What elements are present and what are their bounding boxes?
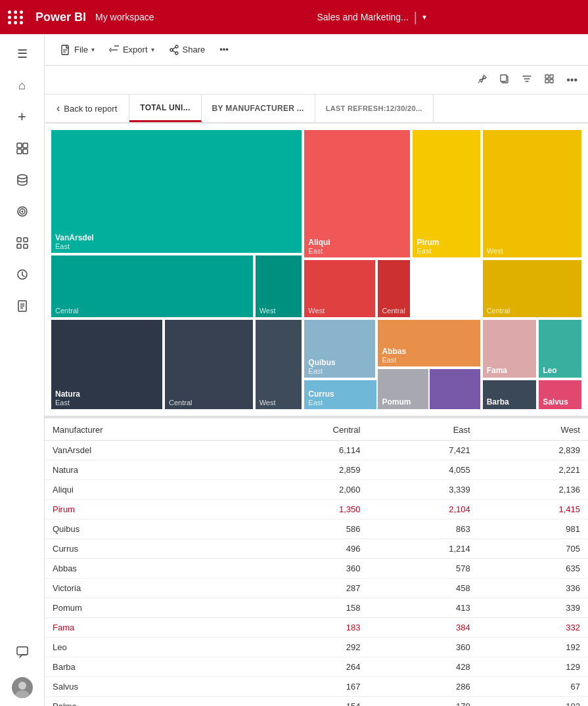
treemap-cell-aliqui[interactable]: AliquiEast: [303, 129, 411, 259]
cell-manufacturer: Quibus: [45, 519, 240, 539]
title-chevron[interactable]: ▾: [422, 12, 426, 22]
sidebar-item-browse[interactable]: [8, 134, 37, 163]
cell-east: 360: [368, 638, 478, 657]
cell-east: 3,339: [368, 480, 478, 500]
treemap-cell-sub[interactable]: West: [482, 129, 583, 259]
more-button[interactable]: •••: [214, 41, 234, 58]
app-logo: Power BI: [35, 11, 86, 24]
treemap-cell-salvus[interactable]: Salvus: [537, 379, 583, 410]
sidebar-item-apps[interactable]: [8, 229, 37, 257]
svg-rect-3: [23, 149, 28, 154]
col-east: East: [368, 418, 478, 441]
workspace-label[interactable]: My workspace: [95, 12, 154, 22]
sidebar-item-data[interactable]: [8, 165, 37, 194]
cell-central: 2,859: [240, 460, 369, 480]
cell-manufacturer: Abbas: [45, 559, 240, 579]
cell-west: 339: [478, 598, 588, 618]
user-avatar[interactable]: [12, 677, 33, 698]
treemap-cell-sub[interactable]: West: [254, 254, 304, 319]
cell-east: 458: [368, 579, 478, 598]
svg-rect-36: [550, 79, 553, 83]
tab-total-units[interactable]: TOTAL UNI...: [129, 95, 201, 122]
treemap-cell-natura[interactable]: NaturaEast: [50, 319, 164, 410]
table-row: Victoria 287 458 336: [45, 579, 588, 598]
svg-point-18: [14, 690, 30, 698]
title-separator: |: [414, 10, 417, 25]
cell-manufacturer: Fama: [45, 618, 240, 638]
treemap-container: VanArsdelEastCentralWestAliquiEastWestCe…: [45, 123, 588, 416]
cell-central: 360: [240, 559, 369, 579]
copy-icon[interactable]: [497, 71, 512, 89]
treemap-cell-pirum[interactable]: PirumEast: [411, 129, 481, 259]
top-bar: Power BI My workspace Sales and Marketin…: [0, 0, 588, 34]
svg-rect-32: [501, 75, 507, 81]
col-west: West: [478, 418, 588, 441]
treemap-cell-sub[interactable]: Central: [50, 254, 254, 319]
cell-central: 586: [240, 519, 369, 539]
cell-east: 863: [368, 519, 478, 539]
cell-west: 129: [478, 657, 588, 677]
treemap-cell-quibus[interactable]: QuibusEast: [303, 319, 376, 379]
back-to-report-tab[interactable]: ‹ Back to report: [45, 95, 129, 122]
tab-last-refresh[interactable]: LAST REFRESH:12/30/20...: [315, 95, 434, 122]
cell-east: 413: [368, 598, 478, 618]
cell-west: 332: [478, 618, 588, 638]
sidebar-item-learn[interactable]: [8, 260, 37, 289]
table-container[interactable]: Manufacturer Central East West VanArsdel…: [45, 416, 588, 706]
export-button[interactable]: Export ▾: [104, 41, 160, 58]
file-button[interactable]: File ▾: [55, 41, 100, 58]
table-row: Pirum 1,350 2,104 1,415: [45, 500, 588, 519]
treemap-cell-barba[interactable]: Barba: [482, 379, 538, 410]
pin-icon[interactable]: [474, 71, 490, 89]
svg-rect-35: [545, 79, 549, 83]
cell-manufacturer: Palma: [45, 697, 240, 707]
icon-bar: •••: [45, 66, 588, 95]
sidebar-item-docs[interactable]: [8, 292, 37, 320]
table-row: Quibus 586 863 981: [45, 519, 588, 539]
cell-manufacturer: Salvus: [45, 677, 240, 697]
sidebar-item-create[interactable]: +: [8, 102, 37, 131]
treemap-cell-abbas[interactable]: AbbasEast: [376, 319, 481, 368]
table-row: Palma 154 170 102: [45, 697, 588, 707]
cell-east: 1,214: [368, 539, 478, 559]
treemap-cell-sub[interactable]: West: [254, 319, 304, 410]
svg-rect-1: [23, 143, 28, 148]
cell-east: 286: [368, 677, 478, 697]
treemap-cell-sub[interactable]: West: [303, 259, 376, 319]
treemap-cell-sub[interactable]: Central: [164, 319, 254, 410]
sidebar-icon-menu[interactable]: ☰: [8, 39, 37, 68]
share-button[interactable]: Share: [164, 41, 211, 58]
sidebar-item-goals[interactable]: [8, 197, 37, 226]
cell-manufacturer: Currus: [45, 539, 240, 559]
filter-icon[interactable]: [519, 71, 535, 89]
treemap-cell-leo[interactable]: Leo: [537, 319, 583, 379]
treemap-cell-vanarsdel[interactable]: VanArsdelEast: [50, 129, 303, 254]
tab-by-manufacturer[interactable]: BY MANUFACTURER ...: [202, 95, 315, 122]
export-chevron: ▾: [151, 46, 154, 53]
more-options-icon[interactable]: •••: [564, 72, 580, 89]
svg-rect-9: [24, 238, 28, 242]
table-row: Abbas 360 578 635: [45, 559, 588, 579]
sidebar-item-feedback[interactable]: [8, 638, 37, 667]
treemap-cell-fama[interactable]: Fama: [482, 319, 538, 379]
treemap-cell-sub[interactable]: Central: [482, 259, 583, 319]
cell-east: 170: [368, 697, 478, 707]
cell-manufacturer: Victoria: [45, 579, 240, 598]
svg-rect-0: [17, 143, 22, 148]
cell-manufacturer: Pomum: [45, 598, 240, 618]
col-central: Central: [240, 418, 369, 441]
treemap-cell-sub[interactable]: Central: [376, 259, 411, 319]
svg-point-25: [175, 45, 178, 48]
visual-options-icon[interactable]: [541, 71, 557, 89]
svg-point-7: [21, 211, 23, 213]
table-row: Barba 264 428 129: [45, 657, 588, 677]
cell-west: 1,415: [478, 500, 588, 519]
treemap-cell-pomum[interactable]: Pomum: [376, 368, 430, 410]
cell-west: 67: [478, 677, 588, 697]
svg-rect-17: [17, 647, 28, 655]
app-grid-icon[interactable]: [8, 11, 24, 24]
table-row: Natura 2,859 4,055 2,221: [45, 460, 588, 480]
cell-east: 428: [368, 657, 478, 677]
svg-line-29: [173, 51, 175, 53]
sidebar-item-home[interactable]: ⌂: [8, 71, 37, 100]
